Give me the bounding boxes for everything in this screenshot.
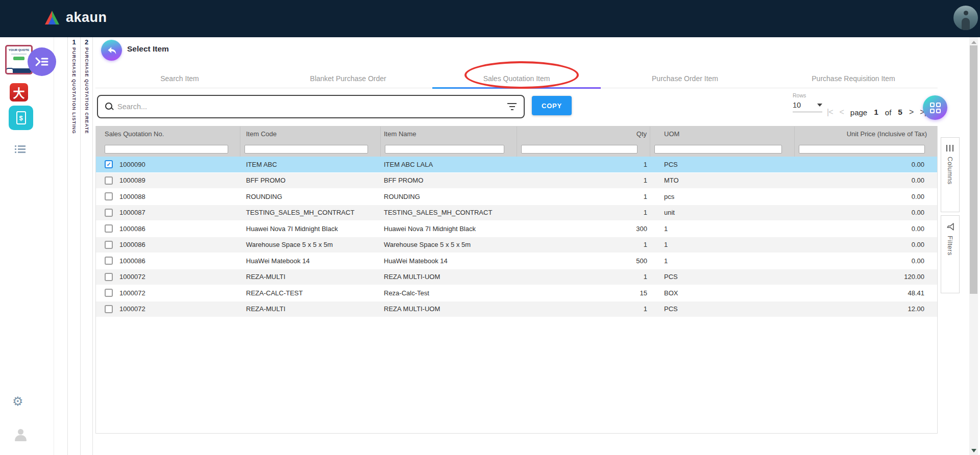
scrollbar-thumb[interactable] (970, 45, 977, 294)
vertical-scrollbar[interactable] (969, 37, 978, 455)
filter-input-item-name[interactable] (385, 145, 504, 154)
filter-input-qty[interactable] (521, 145, 638, 154)
tab-purchase-order-item[interactable]: Purchase Order Item (601, 69, 769, 88)
rows-per-page-select[interactable]: Rows 10 (793, 92, 822, 112)
grid-view-button[interactable] (923, 95, 947, 120)
cell-sales-quotation-no: 1000087 (114, 209, 240, 216)
cell-uom: 1 (650, 241, 795, 248)
step-tab-2[interactable]: 2 PURCHASE QUOTATION CREATE (80, 37, 93, 455)
scroll-down-arrow-icon[interactable] (971, 449, 976, 452)
filter-list-icon[interactable] (507, 103, 517, 110)
filter-input-unit-price[interactable] (799, 145, 925, 154)
sidebar-app-billing-icon[interactable]: $ (9, 106, 33, 130)
back-button[interactable] (101, 40, 122, 61)
expand-drawer-button[interactable] (28, 47, 56, 76)
table-row[interactable]: ✓ 1000088 ROUNDING ROUNDING 1 pcs 0.00 (96, 189, 937, 205)
back-arrow-icon (106, 45, 117, 56)
table-row[interactable]: ✓ 1000089 BFF PROMO BFF PROMO 1 MTO 0.00 (96, 173, 937, 189)
col-header-sales-quotation-no[interactable]: Sales Quotation No. (96, 127, 240, 141)
col-header-item-code[interactable]: Item Code (240, 127, 381, 141)
tab-sales-quotation-item[interactable]: Sales Quotation Item (432, 69, 601, 88)
tab-blanket-purchase-order[interactable]: Blanket Purchase Order (264, 69, 432, 88)
col-header-item-name[interactable]: Item Name (381, 127, 517, 141)
cell-sales-quotation-no: 1000072 (114, 305, 240, 313)
step-label: PURCHASE QUOTATION CREATE (84, 47, 89, 134)
filters-panel-tab[interactable]: Filters (941, 215, 960, 293)
table-row[interactable]: ✓ 1000072 REZA-CALC-TEST Reza-Calc-Test … (96, 285, 937, 301)
user-avatar[interactable] (953, 6, 978, 30)
tab-label: Sales Quotation Item (483, 74, 550, 83)
left-sidebar: YOUR QUOTE 大 $ ⚙ (0, 37, 54, 455)
cell-uom: PCS (650, 305, 795, 313)
step-tabs: 1 PURCHASE QUOTATION LISTING 2 PURCHASE … (67, 37, 93, 455)
filter-input-uom[interactable] (654, 145, 782, 154)
filter-input-item-code[interactable] (244, 145, 368, 154)
row-checkbox[interactable]: ✓ (105, 273, 113, 281)
settings-gear-icon[interactable]: ⚙ (12, 394, 23, 409)
columns-panel-tab[interactable]: Columns (941, 137, 960, 212)
columns-label: Columns (946, 157, 954, 185)
cell-qty: 500 (517, 257, 650, 265)
profile-person-icon[interactable] (14, 429, 28, 441)
table-row[interactable]: ✓ 1000072 REZA-MULTI REZA MULTI-UOM 1 PC… (96, 301, 937, 318)
table-row[interactable]: ✓ 1000072 REZA-MULTI REZA MULTI-UOM 1 PC… (96, 269, 937, 286)
list-menu-icon[interactable] (15, 145, 26, 155)
table-row[interactable]: ✓ 1000086 Huawei Nova 7I Midnight Black … (96, 221, 937, 237)
row-checkbox[interactable]: ✓ (105, 257, 113, 265)
cell-item-code: Huawei Nova 7I Midnight Black (240, 225, 381, 233)
top-navbar: akaun (0, 0, 980, 37)
row-checkbox[interactable]: ✓ (105, 224, 113, 233)
cell-unit-price: 48.41 (795, 289, 937, 297)
prev-page-button[interactable]: < (840, 108, 844, 117)
brand-logo[interactable]: akaun (43, 10, 107, 26)
page-title: Select Item (127, 44, 169, 54)
cell-uom: PCS (650, 161, 795, 168)
row-checkbox[interactable]: ✓ (105, 160, 113, 168)
cell-qty: 1 (517, 176, 650, 184)
tab-search-item[interactable]: Search Item (95, 69, 264, 88)
search-input[interactable] (117, 103, 507, 111)
cell-sales-quotation-no: 1000086 (114, 241, 240, 248)
table-row[interactable]: ✓ 1000087 TESTING_SALES_MH_CONTRACT TEST… (96, 205, 937, 221)
step-number: 1 (72, 37, 76, 46)
row-checkbox[interactable]: ✓ (105, 209, 113, 217)
row-checkbox[interactable]: ✓ (105, 241, 113, 249)
cell-qty: 1 (517, 241, 650, 248)
col-header-uom[interactable]: UOM (650, 127, 795, 141)
col-header-unit-price[interactable]: Unit Price (Inclusive of Tax) (795, 127, 937, 141)
row-checkbox[interactable]: ✓ (105, 305, 113, 313)
grid-icon (930, 103, 941, 113)
row-checkbox[interactable]: ✓ (105, 289, 113, 297)
table-header: Sales Quotation No. Item Code Item Name … (96, 126, 937, 141)
filter-input-sales-quotation-no[interactable] (105, 145, 228, 154)
cell-uom: 1 (650, 225, 795, 233)
scroll-up-arrow-icon[interactable] (971, 41, 976, 44)
cell-unit-price: 0.00 (795, 176, 937, 184)
table-row[interactable]: ✓ 1000086 Warehouse Space 5 x 5 x 5m War… (96, 237, 937, 254)
cell-unit-price: 12.00 (795, 305, 937, 313)
cell-item-name: REZA MULTI-UOM (381, 273, 517, 281)
table-row[interactable]: ✓ 1000090 ITEM ABC ITEM ABC LALA 1 PCS 0… (96, 157, 937, 173)
sidebar-app-red-icon[interactable]: 大 (10, 83, 28, 102)
tab-bar: Search Item Blanket Purchase Order Sales… (95, 69, 938, 88)
copy-button[interactable]: COPY (532, 96, 572, 115)
cell-item-code: Warehouse Space 5 x 5 x 5m (240, 241, 381, 248)
of-word: of (885, 108, 892, 117)
next-page-button[interactable]: > (909, 108, 913, 117)
col-header-qty[interactable]: Qty (517, 127, 650, 141)
step-tab-1[interactable]: 1 PURCHASE QUOTATION LISTING (67, 37, 80, 455)
row-checkbox[interactable]: ✓ (105, 192, 113, 200)
cell-item-name: REZA MULTI-UOM (381, 305, 517, 313)
tab-purchase-requisition-item[interactable]: Purchase Requisition Item (769, 69, 938, 88)
step-label: PURCHASE QUOTATION LISTING (71, 47, 77, 134)
cell-sales-quotation-no: 1000072 (114, 289, 240, 297)
cell-qty: 1 (517, 193, 650, 200)
first-page-button[interactable]: |< (827, 108, 833, 117)
cell-unit-price: 0.00 (795, 225, 937, 233)
cell-uom: 1 (650, 257, 795, 265)
row-checkbox[interactable]: ✓ (105, 176, 113, 185)
current-page: 1 (874, 108, 878, 117)
cell-item-name: Warehouse Space 5 x 5 x 5m (381, 241, 517, 248)
funnel-icon (946, 223, 954, 231)
table-row[interactable]: ✓ 1000086 HuaWei Matebook 14 HuaWei Mate… (96, 253, 937, 269)
